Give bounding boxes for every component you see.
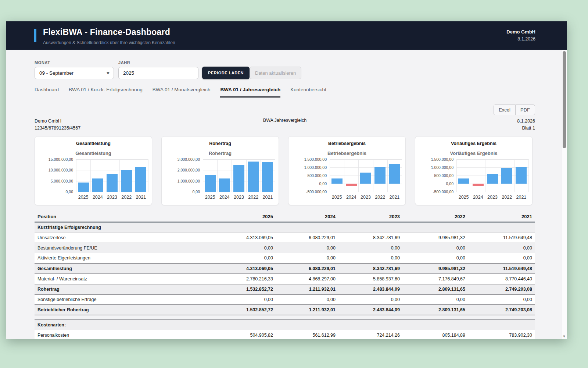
table-row-personalkosten: Personalkosten504.905,82561.612,99724.21… (35, 330, 535, 340)
chart-x-label: 2024 (217, 195, 232, 200)
month-label: MONAT (35, 60, 50, 65)
column-header-2024: 2024 (276, 212, 338, 222)
chart-x-label: 2022 (500, 195, 514, 200)
chart-tick-label: 0,00 (162, 190, 200, 194)
cell-2023: 0,00 (338, 243, 403, 253)
chart-card-title: Gesamtleistung (35, 141, 152, 146)
chart-plot-title: Vorläufiges Ergebnis (415, 151, 532, 156)
column-header-2023: 2023 (338, 212, 403, 222)
cell-2022: 0,00 (403, 294, 468, 305)
chart-bar-2021 (516, 167, 527, 184)
table-row-material-wareneinsatz: Material- / Wareneinsatz2.780.216,334.86… (35, 274, 535, 284)
cell-2024: 6.080.229,01 (276, 233, 338, 243)
cell-2024: 561.612,99 (276, 330, 338, 340)
tab-konten-bersicht[interactable]: Kontenübersicht (290, 87, 326, 98)
tab-dashboard[interactable]: Dashboard (35, 87, 59, 98)
chart-bar-2021 (389, 164, 400, 184)
row-label: Sonstige betriebliche Erträge (35, 294, 213, 305)
chart-vgridline (119, 159, 120, 192)
chart-bar-2025 (458, 178, 469, 184)
section-label: Kostenarten: (35, 320, 535, 330)
table-row-rohertrag: Rohertrag1.532.852,721.211.932,012.483.8… (35, 284, 535, 294)
table-row-aktivierte-eigenleistungen: Aktivierte Eigenleistungen0,000,000,000,… (35, 253, 535, 263)
cell-2022: 2.809.131,65 (403, 284, 468, 294)
scroll-down-arrow-icon[interactable]: ▼ (562, 335, 567, 338)
chart-tick-label: 500.000,00 (415, 173, 453, 178)
table-section-kostenarten: Kostenarten: (35, 320, 535, 330)
scrollbar-thumb[interactable] (563, 51, 566, 148)
chart-bar-2022 (248, 162, 259, 192)
chart-tick-label: 3.000.000,00 (162, 157, 200, 162)
chart-x-label: 2025 (76, 195, 90, 200)
chart-tick-label: 1.000.000,00 (162, 179, 200, 183)
column-header-2022: 2022 (403, 212, 468, 222)
chart-bar-2024 (92, 178, 103, 192)
cell-2025: 2.780.216,33 (213, 274, 276, 284)
cell-2024: 6.080.229,01 (276, 263, 338, 274)
refresh-data-button[interactable]: Daten aktualisieren (250, 67, 301, 79)
chart-vgridline (528, 159, 529, 192)
cell-2021: 2.749.203,08 (468, 284, 535, 294)
cell-2021: 0,00 (468, 253, 535, 263)
table-row-gesamtleistung: Gesamtleistung4.313.069,056.080.229,018.… (35, 263, 535, 274)
chart-gridline (76, 192, 148, 192)
cell-2025: 1.532.852,72 (213, 284, 276, 294)
row-label: Aktivierte Eigenleistungen (35, 253, 213, 263)
chart-card-gesamtleistung: GesamtleistungGesamtleistung15.000.000,0… (35, 136, 152, 205)
chart-tick-label: 1.000.000,00 (288, 165, 327, 170)
chart-bar-2023 (233, 165, 244, 192)
chart-tick-label: 1.500.000,00 (288, 157, 327, 162)
chart-vgridline (275, 159, 275, 192)
chart-bar-2024 (346, 184, 357, 186)
chart-vgridline (217, 159, 218, 192)
load-period-button[interactable]: PERIODE LADEN (202, 67, 250, 79)
row-label: Gesamtleistung (35, 263, 213, 274)
chart-vgridline (203, 159, 203, 192)
chart-x-label: 2023 (232, 195, 246, 200)
cell-2024: 1.211.932,01 (276, 305, 338, 315)
cell-2022: 9.985.981,32 (403, 233, 468, 243)
export-button-group: Excel PDF (494, 105, 535, 115)
column-header-2021: 2021 (468, 212, 535, 222)
chart-vgridline (90, 159, 91, 192)
cell-2022: 805.184,89 (403, 330, 468, 340)
app-header: FlexiBWA - Finance-Dashboard Auswertunge… (6, 21, 567, 50)
cell-2023: 0,00 (338, 253, 403, 263)
chart-tick-label: 2.000.000,00 (162, 168, 200, 172)
chart-x-label: 2024 (344, 195, 358, 200)
chart-gridline (203, 192, 275, 192)
cell-2025: 0,00 (213, 243, 276, 253)
report-meta: Demo GmbH 12345/67891235/4567 BWA Jahres… (35, 118, 535, 133)
tab-bwa-01-monatsvergleich[interactable]: BWA 01 / Monatsvergleich (153, 87, 211, 98)
month-select[interactable]: 09 - September ▾ (35, 67, 114, 79)
tab-bwa-01-jahresvergleich[interactable]: BWA 01 / Jahresvergleich (220, 87, 280, 98)
excel-export-button[interactable]: Excel (494, 105, 515, 115)
cell-2023: 0,00 (338, 294, 403, 305)
chart-card-title: Vorläufiges Ergebnis (415, 141, 532, 146)
cell-2022: 0,00 (403, 253, 468, 263)
chart-x-label: 2021 (261, 195, 275, 200)
year-input[interactable] (118, 67, 198, 79)
cell-2023: 5.858.937,60 (338, 274, 403, 284)
pdf-export-button[interactable]: PDF (515, 105, 535, 115)
chart-x-label: 2025 (330, 195, 344, 200)
cell-2021: 2.749.203,08 (468, 305, 535, 315)
column-header-position: Position (35, 212, 213, 222)
cell-2023: 8.342.781,69 (338, 263, 403, 274)
cell-2025: 4.313.069,05 (213, 233, 276, 243)
row-label: Umsatzerlöse (35, 233, 213, 243)
chart-bar-2022 (501, 168, 512, 184)
chart-x-label: 2021 (514, 195, 528, 200)
tab-bwa-01-kurzfr-erfolgsrechnung[interactable]: BWA 01 / Kurzfr. Erfolgsrechnung (69, 87, 143, 98)
table-row-umsatzerl-se: Umsatzerlöse4.313.069,056.080.229,018.34… (35, 233, 535, 243)
chart-tick-label: -500.000,00 (288, 190, 327, 194)
cell-2023: 2.483.844,09 (338, 305, 403, 315)
chart-bar-2025 (78, 183, 89, 192)
app-title: FlexiBWA - Finance-Dashboard (43, 27, 170, 37)
report-client-number: 12345/67891235/4567 (35, 125, 80, 132)
chart-tick-label: -500.000,00 (415, 190, 453, 194)
vertical-scrollbar[interactable]: ▼ (561, 50, 567, 339)
chart-card-title: Rohertrag (162, 141, 279, 146)
chart-bar-2023 (107, 174, 118, 192)
chart-vgridline (148, 159, 148, 192)
